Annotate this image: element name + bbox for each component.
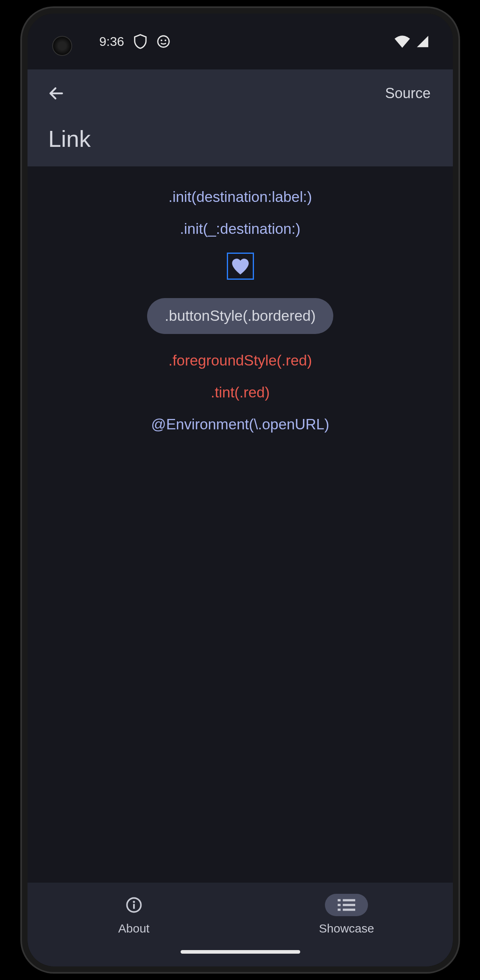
svg-point-2 xyxy=(165,40,166,41)
nav-showcase[interactable]: Showcase xyxy=(240,894,453,935)
cellular-icon xyxy=(416,35,429,48)
app-header: Source Link xyxy=(28,69,453,166)
svg-rect-5 xyxy=(133,904,135,909)
list-icon xyxy=(338,898,355,912)
link-init-underscore-destination[interactable]: .init(_:destination:) xyxy=(180,221,300,237)
home-indicator[interactable] xyxy=(181,950,300,954)
svg-rect-7 xyxy=(343,899,355,901)
phone-frame: 9:36 Sou xyxy=(22,8,458,972)
svg-rect-9 xyxy=(343,904,355,906)
page-title: Link xyxy=(45,125,435,152)
face-icon xyxy=(157,35,170,48)
link-foreground-style-red[interactable]: .foregroundStyle(.red) xyxy=(169,352,312,369)
nav-about-label: About xyxy=(118,922,150,935)
source-button[interactable]: Source xyxy=(385,85,435,102)
wifi-icon xyxy=(394,35,411,48)
link-tint-red[interactable]: .tint(.red) xyxy=(210,384,270,401)
arrow-left-icon xyxy=(47,85,65,102)
info-icon xyxy=(126,897,142,913)
screen: 9:36 Sou xyxy=(28,14,453,966)
svg-rect-10 xyxy=(338,909,340,911)
nav-showcase-label: Showcase xyxy=(319,922,374,935)
nav-about[interactable]: About xyxy=(28,894,240,935)
front-camera xyxy=(52,36,72,56)
svg-rect-11 xyxy=(343,909,355,911)
link-init-destination-label[interactable]: .init(destination:label:) xyxy=(169,189,312,205)
bottom-navigation: About Showcase xyxy=(28,883,453,966)
svg-point-4 xyxy=(133,901,135,903)
heart-icon xyxy=(230,257,250,275)
back-button[interactable] xyxy=(45,82,67,105)
svg-rect-8 xyxy=(338,904,340,906)
heart-link[interactable] xyxy=(227,253,254,280)
shield-icon xyxy=(134,34,147,49)
svg-point-1 xyxy=(161,40,162,41)
link-environment-openurl[interactable]: @Environment(\.openURL) xyxy=(151,416,329,433)
status-bar: 9:36 xyxy=(28,14,453,69)
svg-rect-6 xyxy=(338,899,340,901)
link-button-style-bordered[interactable]: .buttonStyle(.bordered) xyxy=(147,298,333,334)
svg-point-0 xyxy=(158,36,169,47)
status-time: 9:36 xyxy=(99,34,124,49)
content-area: .init(destination:label:) .init(_:destin… xyxy=(28,166,453,455)
